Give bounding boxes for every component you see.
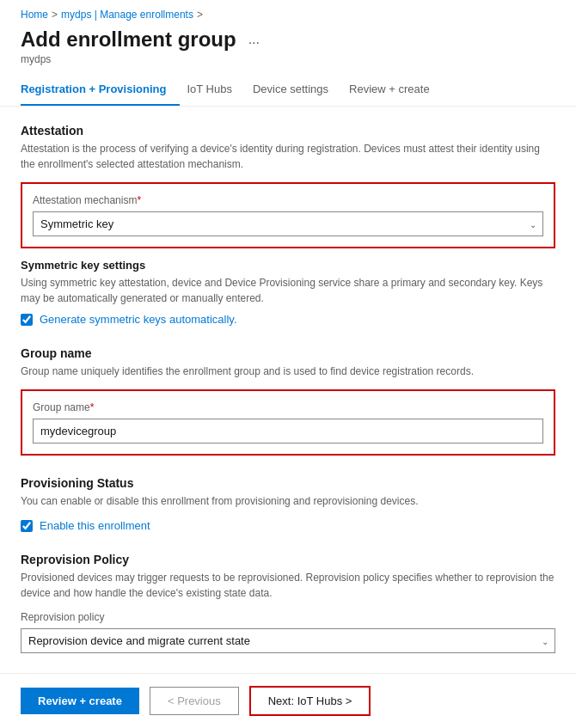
generate-keys-row: Generate symmetric keys automatically. xyxy=(21,313,555,326)
provisioning-status-title: Provisioning Status xyxy=(21,476,555,490)
enable-enrollment-row: Enable this enrollment xyxy=(21,519,555,532)
provisioning-status-description: You can enable or disable this enrollmen… xyxy=(21,493,555,509)
generate-keys-checkbox[interactable] xyxy=(21,314,33,326)
symmetric-key-title: Symmetric key settings xyxy=(21,259,555,272)
reprovision-policy-label: Reprovision policy xyxy=(21,611,555,623)
groupname-description: Group name uniquely identifies the enrol… xyxy=(21,364,555,379)
attestation-mechanism-group: Attestation mechanism* Symmetric key X.5… xyxy=(21,182,555,248)
breadcrumb: Home > mydps | Manage enrollments > xyxy=(0,0,576,24)
attestation-section: Attestation Attestation is the process o… xyxy=(21,124,555,326)
enable-enrollment-checkbox[interactable] xyxy=(21,520,33,532)
tab-registration[interactable]: Registration + Provisioning xyxy=(21,74,180,106)
tab-devicesettings[interactable]: Device settings xyxy=(253,74,342,106)
enable-enrollment-label[interactable]: Enable this enrollment xyxy=(40,519,150,532)
attestation-mechanism-label: Attestation mechanism* xyxy=(33,194,543,206)
reprovision-policy-wrapper: Reprovision device and migrate current s… xyxy=(21,628,555,653)
groupname-input[interactable] xyxy=(33,419,543,444)
reprovision-policy-select[interactable]: Reprovision device and migrate current s… xyxy=(21,628,555,653)
groupname-field-label: Group name* xyxy=(33,401,543,413)
breadcrumb-home[interactable]: Home xyxy=(21,9,48,21)
review-create-button[interactable]: Review + create xyxy=(21,688,139,714)
reprovision-description: Provisioned devices may trigger requests… xyxy=(21,570,555,601)
attestation-title: Attestation xyxy=(21,124,555,138)
tab-reviewcreate[interactable]: Review + create xyxy=(349,74,444,106)
groupname-field-group: Group name* xyxy=(21,389,555,456)
reprovision-title: Reprovision Policy xyxy=(21,553,555,566)
page-title: Add enrollment group xyxy=(21,28,236,52)
footer: Review + create < Previous Next: IoT Hub… xyxy=(0,673,576,728)
page-header: Add enrollment group ... mydps xyxy=(0,24,576,74)
previous-button[interactable]: < Previous xyxy=(150,687,239,715)
groupname-section: Group name Group name uniquely identifie… xyxy=(21,346,555,456)
page-subtitle: mydps xyxy=(21,53,555,65)
main-content: Attestation Attestation is the process o… xyxy=(0,107,576,691)
breadcrumb-mydps[interactable]: mydps | Manage enrollments xyxy=(61,9,193,21)
symmetric-key-subsection: Symmetric key settings Using symmetric k… xyxy=(21,259,555,326)
generate-keys-label[interactable]: Generate symmetric keys automatically. xyxy=(40,313,237,326)
ellipsis-button[interactable]: ... xyxy=(243,30,265,49)
attestation-description: Attestation is the process of verifying … xyxy=(21,141,555,172)
tab-iothubs[interactable]: IoT Hubs xyxy=(187,74,246,106)
groupname-title: Group name xyxy=(21,346,555,360)
attestation-mechanism-wrapper: Symmetric key X.509 certificates TPM ⌄ xyxy=(33,211,543,236)
next-iothubs-button[interactable]: Next: IoT Hubs > xyxy=(249,686,371,716)
reprovision-section: Reprovision Policy Provisioned devices m… xyxy=(21,553,555,653)
tabs-container: Registration + Provisioning IoT Hubs Dev… xyxy=(0,74,576,107)
provisioning-status-section: Provisioning Status You can enable or di… xyxy=(21,476,555,532)
symmetric-key-description: Using symmetric key attestation, device … xyxy=(21,275,555,306)
attestation-mechanism-select[interactable]: Symmetric key X.509 certificates TPM xyxy=(33,211,543,236)
